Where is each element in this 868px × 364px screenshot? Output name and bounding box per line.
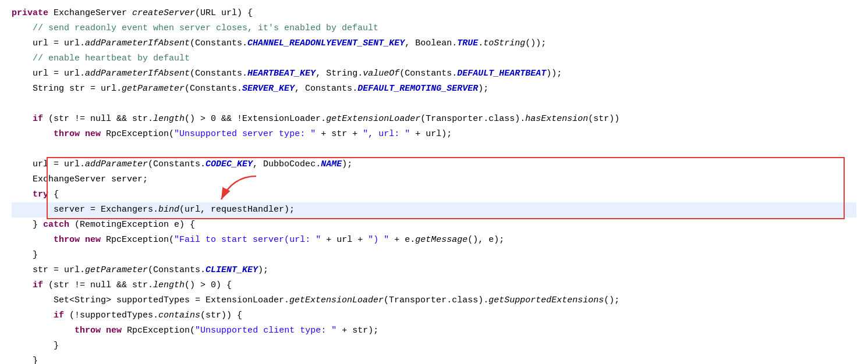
code-line-21: if (!supportedTypes.contains(str)) { [12,308,856,323]
code-line-24: } [12,354,856,364]
code-line-22: throw new RpcException("Unsupported clie… [12,323,856,338]
code-line-7 [12,97,856,112]
code-line-3: url = url.addParameterIfAbsent(Constants… [12,36,856,51]
code-line-6: String str = url.getParameter(Constants.… [12,81,856,97]
code-line-20: Set<String> supportedTypes = ExtensionLo… [12,293,856,308]
code-line-19: if (str != null && str.length() > 0) { [12,278,856,293]
code-line-10 [12,142,856,157]
code-line-9: throw new RpcException("Unsupported serv… [12,127,856,142]
code-line-14: server = Exchangers.bind(url, requestHan… [12,202,856,217]
code-line-17: } [12,248,856,263]
code-container: private ExchangeServer createServer(URL … [0,0,868,364]
code-line-12: ExchangeServer server; [12,172,856,187]
code-line-11: url = url.addParameter(Constants.CODEC_K… [12,157,856,172]
code-line-18: str = url.getParameter(Constants.CLIENT_… [12,263,856,278]
code-line-13: try { [12,187,856,202]
code-line-16: throw new RpcException("Fail to start se… [12,233,856,248]
code-line-2: // send readonly event when server close… [12,21,856,36]
red-box-region: url = url.addParameter(Constants.CODEC_K… [12,157,856,217]
keyword-private: private [12,8,48,18]
code-line-15: } catch (RemotingException e) { [12,217,856,233]
code-line-23: } [12,338,856,354]
code-line-8: if (str != null && str.length() > 0 && !… [12,112,856,127]
code-line-5: url = url.addParameterIfAbsent(Constants… [12,66,856,81]
code-line-4: // enable heartbeat by default [12,51,856,66]
code-line-1: private ExchangeServer createServer(URL … [12,6,856,21]
